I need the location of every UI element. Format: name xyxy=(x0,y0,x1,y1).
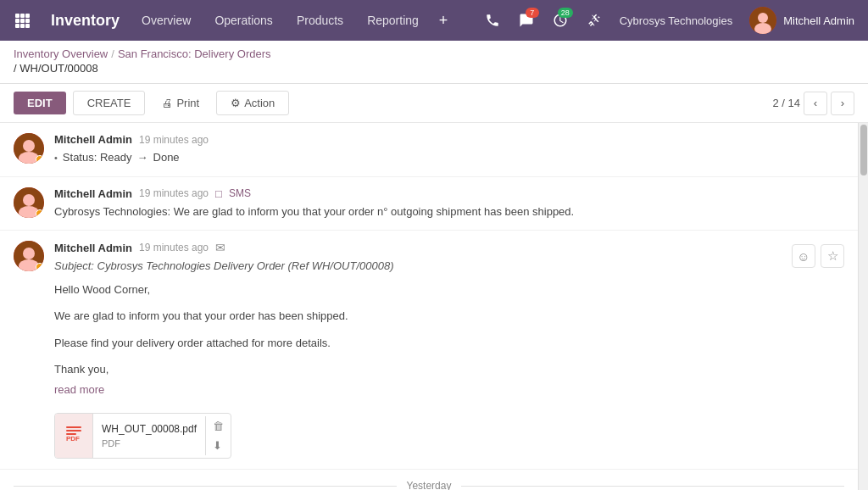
email-closing: Thank you, xyxy=(54,361,782,378)
print-icon: 🖨 xyxy=(162,97,173,109)
main-content: Mitchell Admin 19 minutes ago • Status: … xyxy=(0,123,868,490)
attachment-icon: PDF xyxy=(55,414,93,458)
status-label: Status: Ready xyxy=(63,149,132,166)
avatar xyxy=(749,7,776,34)
svg-rect-3 xyxy=(15,19,19,23)
breadcrumb: Inventory Overview / San Francisco: Deli… xyxy=(14,47,854,60)
svg-rect-2 xyxy=(25,14,30,18)
breadcrumb-sep2: / xyxy=(14,62,17,75)
nav-company[interactable]: Cybrosys Technologies xyxy=(613,14,739,27)
grid-menu-icon[interactable] xyxy=(7,5,37,36)
message-actions: ☺ ☆ xyxy=(792,241,844,459)
separator-line xyxy=(14,486,397,487)
record-navigation: 2 / 14 ‹ › xyxy=(772,92,854,115)
svg-rect-0 xyxy=(15,14,19,18)
message-content: • Status: Ready → Done xyxy=(54,149,844,166)
attachment-type: PDF xyxy=(102,437,197,451)
breadcrumb-section[interactable]: San Francisco: Delivery Orders xyxy=(118,47,271,60)
action-button[interactable]: ⚙ Action xyxy=(216,91,289,115)
nav-link-reporting[interactable]: Reporting xyxy=(355,0,431,41)
star-button[interactable]: ☆ xyxy=(821,244,844,268)
svg-point-13 xyxy=(23,140,35,152)
svg-rect-1 xyxy=(20,14,25,18)
online-dot xyxy=(36,155,44,164)
prev-record-button[interactable]: ‹ xyxy=(804,92,827,115)
svg-rect-4 xyxy=(20,19,25,23)
svg-rect-6 xyxy=(15,24,19,28)
nav-user[interactable]: Mitchell Admin xyxy=(743,7,861,34)
sms-text: Cybrosys Technologies: We are glad to in… xyxy=(54,205,574,218)
top-navigation: Inventory Overview Operations Products R… xyxy=(0,0,868,41)
nav-icons-group: 7 28 Cybrosys Technologies Mitchell Admi… xyxy=(477,5,861,36)
email-para1: We are glad to inform you that your orde… xyxy=(54,308,782,325)
print-button[interactable]: 🖨 Print xyxy=(152,92,209,114)
online-dot xyxy=(36,263,44,271)
gear-icon: ⚙ xyxy=(231,97,241,109)
message-time: 19 minutes ago xyxy=(139,242,209,253)
nav-link-overview[interactable]: Overview xyxy=(130,0,203,41)
nav-brand[interactable]: Inventory xyxy=(41,12,130,30)
attachment-info: WH_OUT_00008.pdf PDF xyxy=(93,416,205,456)
message-author: Mitchell Admin xyxy=(54,133,132,146)
message-content: Cybrosys Technologies: We are glad to in… xyxy=(54,203,844,220)
emoji-reaction-button[interactable]: ☺ xyxy=(792,244,815,268)
arrow-icon: → xyxy=(137,149,148,166)
email-greeting: Hello Wood Corner, xyxy=(54,281,782,298)
message-time: 19 minutes ago xyxy=(139,187,209,199)
svg-rect-7 xyxy=(20,24,25,28)
edit-button[interactable]: EDIT xyxy=(14,92,66,114)
sms-icon: □ xyxy=(215,187,222,200)
phone-icon[interactable] xyxy=(477,5,508,36)
message-header: Mitchell Admin 19 minutes ago xyxy=(54,133,844,146)
bullet-icon: • xyxy=(54,151,58,165)
attachment-filename: WH_OUT_00008.pdf xyxy=(102,421,197,437)
message-time: 19 minutes ago xyxy=(139,134,209,146)
message-body: Mitchell Admin 19 minutes ago □ SMS Cybr… xyxy=(54,187,844,220)
online-dot xyxy=(36,209,44,218)
message-header: Mitchell Admin 19 minutes ago □ SMS xyxy=(54,187,844,200)
chat-badge: 7 xyxy=(526,8,539,18)
chat-icon[interactable]: 7 xyxy=(511,5,542,36)
nav-links: Overview Operations Products Reporting + xyxy=(130,0,456,41)
svg-rect-8 xyxy=(25,24,30,28)
svg-point-10 xyxy=(758,13,768,23)
avatar xyxy=(14,187,44,218)
message-item: Mitchell Admin 19 minutes ago ✉ Subject:… xyxy=(0,231,858,470)
nav-link-operations[interactable]: Operations xyxy=(203,0,284,41)
print-label: Print xyxy=(176,97,199,109)
read-more-link[interactable]: read more xyxy=(54,383,104,396)
email-subject: Subject: Cybrosys Technologies Delivery … xyxy=(54,258,782,275)
date-separator-label: Yesterday xyxy=(407,480,452,490)
breadcrumb-bar: Inventory Overview / San Francisco: Deli… xyxy=(0,41,868,84)
attachment[interactable]: PDF WH_OUT_00008.pdf PDF 🗑 ⬇ xyxy=(54,413,231,459)
message-item: Mitchell Admin 19 minutes ago • Status: … xyxy=(0,123,858,177)
message-header: Mitchell Admin 19 minutes ago ✉ xyxy=(54,241,782,254)
avatar xyxy=(14,133,44,164)
avatar xyxy=(14,241,44,271)
attachment-actions: 🗑 ⬇ xyxy=(205,416,231,455)
next-record-button[interactable]: › xyxy=(831,92,854,115)
message-content: Subject: Cybrosys Technologies Delivery … xyxy=(54,258,782,459)
delete-attachment-button[interactable]: 🗑 xyxy=(206,416,231,436)
separator-line xyxy=(461,486,844,487)
clock-icon[interactable]: 28 xyxy=(545,5,576,36)
scroll-thumb[interactable] xyxy=(860,125,867,175)
download-attachment-button[interactable]: ⬇ xyxy=(206,436,231,455)
breadcrumb-sep1: / xyxy=(111,47,114,60)
svg-text:PDF: PDF xyxy=(66,435,80,443)
svg-point-16 xyxy=(23,194,35,206)
scrollbar[interactable] xyxy=(858,123,868,490)
action-bar: EDIT CREATE 🖨 Print ⚙ Action 2 / 14 ‹ › xyxy=(0,84,868,123)
user-name: Mitchell Admin xyxy=(783,14,854,27)
create-button[interactable]: CREATE xyxy=(73,91,146,115)
sms-badge: SMS xyxy=(229,187,251,199)
nav-link-products[interactable]: Products xyxy=(285,0,355,41)
message-body: Mitchell Admin 19 minutes ago ✉ Subject:… xyxy=(54,241,782,459)
breadcrumb-parent[interactable]: Inventory Overview xyxy=(14,47,108,60)
chatter-area: Mitchell Admin 19 minutes ago • Status: … xyxy=(0,123,858,490)
message-author: Mitchell Admin xyxy=(54,242,132,254)
nav-plus-button[interactable]: + xyxy=(431,0,457,41)
message-body: Mitchell Admin 19 minutes ago • Status: … xyxy=(54,133,844,166)
record-id: / WH/OUT/00008 xyxy=(14,60,854,80)
scissors-icon[interactable] xyxy=(579,5,609,36)
